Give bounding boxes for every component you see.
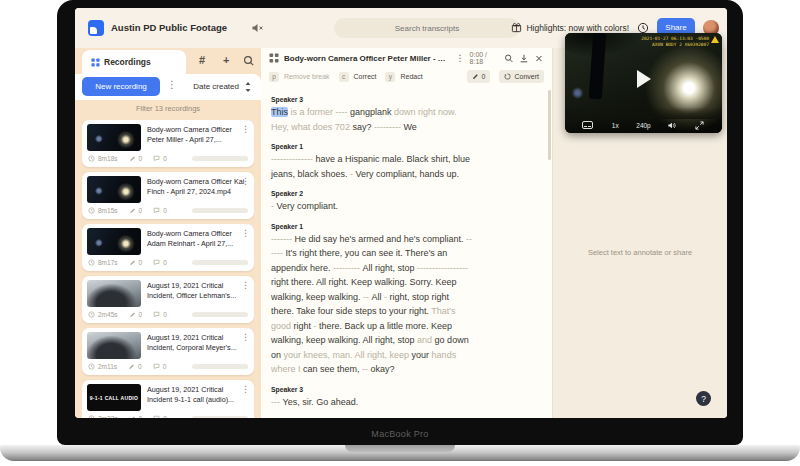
recording-thumbnail[interactable]	[87, 228, 141, 255]
tab-recordings[interactable]: Recordings	[82, 50, 186, 74]
mute-icon[interactable]	[250, 21, 264, 35]
correct-button[interactable]: Correct	[354, 73, 377, 80]
recording-progress-pill	[192, 312, 248, 317]
redact-button[interactable]: Redact	[400, 73, 422, 80]
transcript-text[interactable]: -	[382, 292, 390, 302]
transcript-text[interactable]: your knees, man. All right, keep	[284, 350, 412, 360]
fullscreen-button[interactable]	[686, 121, 714, 130]
help-button[interactable]: ?	[696, 391, 711, 406]
transcript-text[interactable]: your	[412, 350, 432, 360]
transcript-search-icon[interactable]	[504, 53, 514, 64]
transcript-text[interactable]: --------------	[271, 154, 315, 164]
close-icon[interactable]	[534, 53, 544, 64]
transcript-text[interactable]: -----------------	[417, 263, 468, 273]
recording-comment-count: 0	[163, 155, 167, 162]
recording-menu-icon[interactable]: ⋮	[241, 228, 250, 238]
recording-menu-icon[interactable]: ⋮	[241, 176, 250, 186]
transcript-paragraph[interactable]: - Very compliant.	[271, 199, 473, 214]
tab-hash[interactable]: #	[199, 54, 205, 66]
duration-clock-icon	[88, 155, 95, 162]
recording-menu-icon[interactable]: ⋮	[241, 332, 250, 342]
convert-button[interactable]: Convert	[499, 70, 544, 83]
transcript-text[interactable]: -------	[271, 234, 294, 244]
comment-icon	[153, 311, 160, 318]
recording-card[interactable]: August 19, 2021 Critical Incident, Corpo…	[82, 328, 254, 375]
recording-comment-count: 0	[163, 259, 167, 266]
recording-card[interactable]: Body-worn Camera Officer Peter Miller - …	[82, 120, 254, 167]
recording-menu-icon[interactable]: ⋮	[241, 124, 250, 134]
sort-by-label[interactable]: Date created	[193, 82, 239, 91]
transcript-title[interactable]: Body-worn Camera Officer Peter Miller - …	[284, 54, 451, 63]
recording-thumbnail[interactable]: 9-1-1 CALL AUDIO	[87, 384, 141, 411]
transcript-paragraph[interactable]: -------------- have a Hispanic male. Bla…	[271, 152, 473, 181]
recordings-grid-icon	[91, 58, 100, 67]
transcript-text[interactable]: is a former ----	[288, 107, 350, 117]
recording-highlight-count: 0	[138, 363, 142, 370]
captions-button[interactable]	[573, 121, 601, 129]
history-clock-icon[interactable]	[637, 22, 649, 34]
sidebar-search-icon[interactable]	[243, 55, 255, 67]
transcript-text[interactable]: -	[311, 321, 319, 331]
download-icon[interactable]	[519, 53, 529, 64]
sidebar-more-icon[interactable]: ⋮	[167, 79, 177, 90]
transcript-text[interactable]: Yes, sir. Go ahead.	[283, 397, 359, 407]
transcript-text[interactable]: Very compliant.	[277, 201, 339, 211]
recording-menu-icon[interactable]: ⋮	[241, 280, 250, 290]
transcript-scrollbar[interactable]	[548, 90, 551, 160]
recording-card[interactable]: Body-worn Camera Officer Adam Reinhart -…	[82, 224, 254, 271]
transcript-grid-icon	[269, 53, 279, 63]
transcript-text[interactable]: Very compliant, hands up.	[356, 169, 460, 179]
recording-card[interactable]: August 19, 2021 Critical Incident, Offic…	[82, 276, 254, 323]
remove-break-button[interactable]: Remove break	[284, 73, 330, 80]
transcript-text[interactable]: gangplank	[350, 107, 392, 117]
highlights-banner[interactable]: Highlights: now with colors!	[511, 22, 629, 33]
recordings-list: Body-worn Camera Officer Peter Miller - …	[82, 120, 254, 418]
transcript-text[interactable]: He did say he's armed and he's compliant…	[294, 234, 463, 244]
project-title[interactable]: Austin PD Public Footage	[111, 22, 227, 33]
quality-button[interactable]: 240p	[629, 122, 657, 129]
transcript-text[interactable]: ---------	[331, 263, 363, 273]
speed-button[interactable]: 1x	[601, 122, 629, 129]
transcript-text[interactable]: right	[294, 321, 312, 331]
transcript-text[interactable]: All right, stop	[363, 263, 418, 273]
recording-comment-count: 0	[163, 207, 167, 214]
filter-recordings-label[interactable]: Filter 13 recordings	[75, 104, 261, 113]
transcript-text[interactable]: ---------	[371, 122, 403, 132]
transcript-text[interactable]: ---	[271, 397, 283, 407]
transcript-paragraph[interactable]: This is a former ---- gangplank down rig…	[271, 105, 473, 134]
transcript-text[interactable]: can see them,	[303, 364, 360, 374]
highlight-count-button[interactable]: 0	[467, 70, 491, 83]
transcript-text[interactable]: okay?	[371, 364, 395, 374]
transcript-text[interactable]: --	[360, 364, 371, 374]
video-player[interactable]: 2021-01-27 06:13:03 -0500 AXON BODY 2 X6…	[565, 33, 722, 133]
transcript-text[interactable]: --	[361, 292, 372, 302]
highlight-pen-icon	[129, 311, 136, 318]
recording-card[interactable]: 9-1-1 CALL AUDIO August 19, 2021 Critica…	[82, 380, 254, 418]
tab-add[interactable]: +	[223, 54, 229, 66]
laptop-screen: Austin PD Public Footage Highlights: now…	[75, 8, 727, 418]
recording-duration: 8m15s	[98, 207, 118, 214]
transcript-text[interactable]: and	[417, 335, 435, 345]
speaker-label: Speaker 3	[271, 96, 473, 103]
search-input[interactable]	[334, 18, 520, 38]
selected-word[interactable]: This	[271, 107, 288, 117]
recording-card[interactable]: Body-worn Camera Officer Kai Finch - Apr…	[82, 172, 254, 219]
recording-menu-icon[interactable]: ⋮	[241, 384, 250, 394]
play-button[interactable]	[637, 70, 651, 88]
sort-direction-icon[interactable]	[243, 81, 253, 93]
transcript-text[interactable]: We	[403, 122, 416, 132]
recording-thumbnail[interactable]	[87, 176, 141, 203]
recording-thumbnail[interactable]	[87, 124, 141, 151]
new-recording-button[interactable]: New recording	[82, 77, 160, 96]
transcript-text[interactable]: say?	[352, 122, 371, 132]
transcript-text[interactable]: -	[348, 169, 356, 179]
comment-icon	[153, 207, 160, 214]
recording-thumbnail[interactable]	[87, 332, 141, 359]
volume-button[interactable]	[658, 121, 686, 130]
transcript-more-icon[interactable]: ⋮	[456, 53, 465, 63]
app-logo-icon[interactable]	[88, 20, 104, 36]
transcript-paragraph[interactable]: ------- He did say he's armed and he's c…	[271, 232, 473, 377]
transcript-text[interactable]: All	[372, 292, 382, 302]
transcript-paragraph[interactable]: --- Yes, sir. Go ahead.	[271, 395, 473, 410]
recording-thumbnail[interactable]	[87, 280, 141, 307]
